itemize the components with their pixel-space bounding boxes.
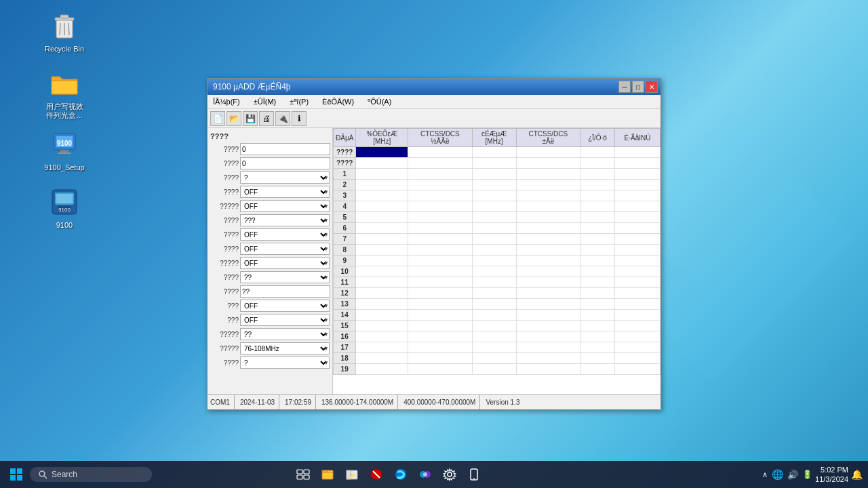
grid-cell[interactable]	[614, 364, 660, 375]
grid-cell[interactable]	[516, 223, 580, 234]
grid-cell[interactable]	[580, 158, 615, 169]
select-8[interactable]: OFF	[240, 257, 330, 269]
grid-cell[interactable]	[614, 277, 660, 288]
grid-cell[interactable]	[472, 180, 516, 190]
edge-icon[interactable]	[390, 464, 412, 485]
table-row[interactable]: 7	[334, 234, 660, 245]
grid-cell[interactable]	[408, 256, 473, 266]
grid-cell[interactable]	[356, 223, 408, 234]
taskbar-search[interactable]: Search	[30, 467, 152, 482]
input-1[interactable]	[240, 157, 330, 169]
chevron-up-icon[interactable]: ∧	[762, 470, 768, 479]
grid-cell[interactable]	[614, 245, 660, 256]
grid-cell[interactable]	[614, 201, 660, 212]
grid-cell[interactable]	[408, 223, 473, 234]
grid-cell[interactable]	[356, 331, 408, 342]
grid-cell[interactable]	[472, 201, 516, 212]
grid-cell[interactable]	[516, 256, 580, 266]
taskview-icon[interactable]	[292, 464, 314, 485]
grid-cell[interactable]	[356, 256, 408, 266]
grid-cell[interactable]	[614, 331, 660, 342]
grid-cell[interactable]	[408, 364, 473, 375]
grid-cell[interactable]	[408, 212, 473, 223]
select-7[interactable]: OFF	[240, 243, 330, 255]
grid-cell[interactable]	[472, 234, 516, 245]
table-row[interactable]: 14	[334, 310, 660, 321]
grid-cell[interactable]	[580, 321, 615, 331]
grid-cell[interactable]	[614, 299, 660, 310]
grid-cell[interactable]	[356, 342, 408, 353]
grid-cell[interactable]	[356, 180, 408, 190]
select-6[interactable]: OFF	[240, 228, 330, 241]
grid-cell[interactable]	[408, 147, 473, 158]
menu-help[interactable]: ºÔÚ(A)	[365, 96, 394, 107]
grid-cell[interactable]	[516, 234, 580, 245]
grid-cell[interactable]	[356, 299, 408, 310]
toolbar-open[interactable]: 📂	[226, 111, 241, 126]
grid-cell[interactable]	[356, 147, 408, 158]
phone-icon[interactable]	[463, 464, 485, 485]
grid-cell[interactable]	[614, 212, 660, 223]
toolbar-new[interactable]: 📄	[210, 111, 225, 126]
select-13[interactable]: ??	[240, 328, 330, 340]
grid-cell[interactable]	[614, 266, 660, 277]
grid-cell[interactable]	[516, 277, 580, 288]
grid-cell[interactable]	[614, 234, 660, 245]
network-icon[interactable]: 9100 9100_Setup	[37, 125, 92, 175]
grid-cell[interactable]	[516, 266, 580, 277]
grid-cell[interactable]	[516, 299, 580, 310]
start-button[interactable]	[5, 464, 27, 485]
battery-icon[interactable]: 🔋	[802, 470, 812, 479]
table-row[interactable]: ????	[334, 147, 660, 158]
grid-cell[interactable]	[614, 353, 660, 364]
grid-cell[interactable]	[408, 245, 473, 256]
input-0[interactable]	[240, 143, 330, 155]
grid-cell[interactable]	[408, 169, 473, 180]
settings-icon[interactable]	[439, 464, 460, 485]
grid-cell[interactable]	[516, 212, 580, 223]
grid-cell[interactable]	[614, 321, 660, 331]
toolbar-connect[interactable]: 🔌	[275, 111, 290, 126]
grid-cell[interactable]	[356, 353, 408, 364]
grid-cell[interactable]	[408, 266, 473, 277]
grid-cell[interactable]	[472, 212, 516, 223]
grid-cell[interactable]	[408, 277, 473, 288]
select-9[interactable]: ??	[240, 271, 330, 283]
grid-cell[interactable]	[580, 223, 615, 234]
table-row[interactable]: 2	[334, 180, 660, 190]
grid-cell[interactable]	[408, 299, 473, 310]
network-tray-icon[interactable]: 🌐	[772, 469, 783, 480]
grid-cell[interactable]	[408, 180, 473, 190]
grid-cell[interactable]	[580, 277, 615, 288]
toolbar-save[interactable]: 💾	[243, 111, 258, 126]
select-14[interactable]: 76-108MHz	[240, 342, 330, 354]
select-3[interactable]: OFF	[240, 186, 330, 198]
grid-cell[interactable]	[580, 256, 615, 266]
explorer-icon[interactable]: 📁	[341, 464, 363, 485]
grid-cell[interactable]	[356, 277, 408, 288]
table-row[interactable]: 11	[334, 277, 660, 288]
table-row[interactable]: 18	[334, 353, 660, 364]
grid-cell[interactable]	[580, 342, 615, 353]
grid-cell[interactable]	[356, 201, 408, 212]
grid-cell[interactable]	[614, 190, 660, 201]
block-icon[interactable]	[366, 464, 387, 485]
table-row[interactable]: 19	[334, 364, 660, 375]
grid-cell[interactable]	[580, 245, 615, 256]
grid-cell[interactable]	[356, 364, 408, 375]
grid-cell[interactable]	[356, 321, 408, 331]
grid-cell[interactable]	[580, 201, 615, 212]
grid-cell[interactable]	[580, 331, 615, 342]
table-row[interactable]: 15	[334, 321, 660, 331]
grid-cell[interactable]	[408, 310, 473, 321]
grid-cell[interactable]	[408, 201, 473, 212]
table-row[interactable]: 17	[334, 342, 660, 353]
table-row[interactable]: 9	[334, 256, 660, 266]
grid-cell[interactable]	[408, 331, 473, 342]
grid-cell[interactable]	[356, 190, 408, 201]
grid-cell[interactable]	[614, 342, 660, 353]
menu-edit[interactable]: ±ÛÎ(M)	[251, 96, 279, 107]
grid-cell[interactable]	[472, 277, 516, 288]
grid-cell[interactable]	[516, 190, 580, 201]
table-row[interactable]: 4	[334, 201, 660, 212]
